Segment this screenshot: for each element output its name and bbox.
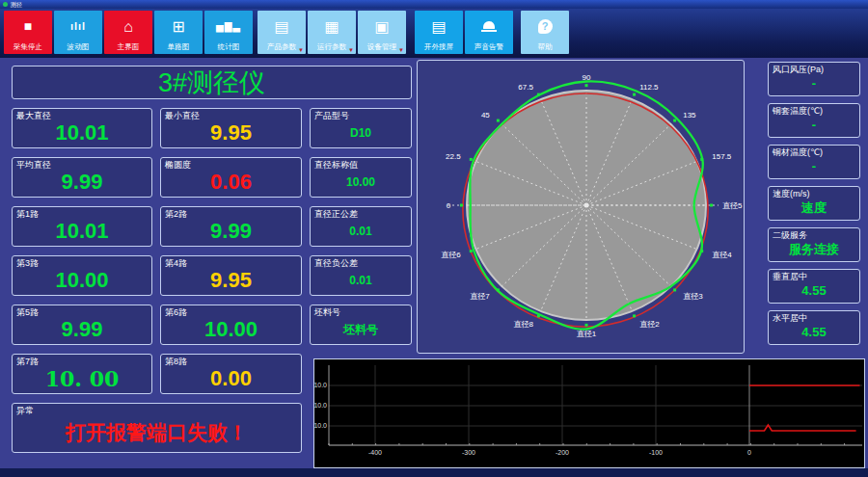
channel-6-value: 10.00 [163, 316, 299, 343]
vertical-center-box: 垂直居中 4.55 [768, 269, 860, 304]
billet-no-value: 坯料号 [312, 316, 409, 343]
trend-chart: 10.010.010.0-400-300-200-1000 [313, 358, 865, 468]
spoke-label: 90 [583, 73, 591, 82]
product-model-value: D10 [312, 119, 409, 146]
channel-1-box: 第1路 10.01 [12, 206, 152, 247]
y-tick-label: 10.0 [314, 422, 327, 429]
spoke-marker [673, 119, 676, 122]
channel-4-value: 9.95 [163, 267, 299, 294]
trend-chart-svg: 10.010.010.0-400-300-200-1000 [314, 359, 864, 467]
x-tick-label: -200 [556, 449, 569, 456]
toolbar-button-label: 帮助 [537, 42, 552, 51]
product-params-button[interactable]: ▤ 产品参数 ▼ [258, 11, 306, 54]
toolbar: ■ 采集停止 ılıl 波动图 ⌂ 主界面 ⊞ 单路图 ▅▇▃ 统计图 ▤ 产品… [0, 9, 868, 58]
spoke-marker [700, 250, 703, 252]
channel-4-box: 第4路 9.95 [160, 255, 302, 296]
spoke-label: 0 [447, 201, 451, 210]
spoke-label: 直径1 [577, 330, 597, 338]
spoke-label: 直径7 [470, 292, 490, 301]
toolbar-button-label: 主界面 [118, 42, 140, 51]
x-tick-label: 0 [747, 449, 751, 456]
dropdown-arrow-icon: ▼ [348, 47, 354, 53]
plus-tolerance-box: 直径正公差 0.01 [310, 206, 412, 247]
spoke-marker [470, 250, 473, 252]
channel-7-box: 第7路 10. 00 [12, 354, 152, 394]
dropdown-arrow-icon: ▼ [398, 47, 404, 53]
dropdown-arrow-icon: ▼ [298, 47, 304, 53]
monitor-icon: ▤ [415, 11, 463, 42]
sleeve-temp-value: - [771, 114, 857, 136]
statistics-chart-button[interactable]: ▅▇▃ 统计图 [204, 11, 253, 54]
toolbar-button-label: 单路图 [168, 42, 190, 51]
toolbar-button-label: 采集停止 [14, 42, 42, 51]
external-screen-button[interactable]: ▤ 开外接屏 [415, 11, 463, 54]
app-icon [3, 2, 8, 7]
keypad-icon: ▦ [308, 11, 356, 42]
nominal-diameter-box: 直径标称值 10.00 [310, 157, 412, 198]
sound-alarm-button[interactable]: 声音告警 [465, 11, 513, 54]
horizontal-center-value: 4.55 [771, 321, 857, 343]
spoke-marker [633, 93, 636, 96]
spoke-label: 直径4 [712, 251, 732, 259]
spoke-marker [585, 324, 588, 327]
grid-icon: ⊞ [154, 11, 203, 42]
toolbar-button-label: 统计图 [218, 42, 240, 51]
spoke-label: 直径2 [639, 320, 660, 329]
window-titlebar: 测径 [0, 0, 868, 9]
device-icon: ▣ [358, 11, 406, 42]
secondary-service-box: 二级服务 服务连接 [768, 227, 860, 262]
spoke-label: 112.5 [639, 83, 659, 92]
toolbar-button-label: 波动图 [68, 42, 90, 51]
spoke-label: 直径8 [513, 320, 533, 329]
y-tick-label: 10.0 [314, 402, 327, 409]
toolbar-button-label: 声音告警 [475, 42, 503, 51]
main-screen-button[interactable]: ⌂ 主界面 [104, 11, 152, 54]
fluctuation-chart-button[interactable]: ılıl 波动图 [54, 11, 102, 54]
exception-box: 异常 打开报警端口失败！ [12, 403, 302, 453]
minus-tolerance-value: 0.01 [312, 267, 409, 294]
polar-chart-svg: 022.54567.590112.5135157.5直径5直径4直径3直径2直径… [418, 61, 744, 353]
sleeve-temp-box: 铜套温度(℃) - [768, 103, 860, 138]
run-params-button[interactable]: ▦ 运行参数 ▼ [308, 11, 356, 54]
secondary-service-value: 服务连接 [771, 238, 857, 260]
avg-diameter-box: 平均直径 9.99 [12, 157, 152, 198]
x-tick-label: -400 [368, 449, 382, 456]
spoke-marker [633, 314, 636, 317]
toolbar-button-label: 设备管理 [367, 42, 396, 51]
spoke-marker [673, 288, 676, 291]
channel-8-box: 第8路 0.00 [160, 354, 302, 394]
spoke-label: 135 [683, 111, 696, 119]
spoke-label: 直径6 [441, 251, 461, 259]
channel-7-value: 10. 00 [14, 365, 149, 392]
spoke-marker [537, 93, 540, 96]
siren-icon [465, 11, 513, 42]
spoke-label: 157.5 [712, 152, 732, 161]
channel-3-value: 10.00 [14, 267, 149, 294]
vertical-center-value: 4.55 [771, 279, 857, 302]
channel-5-box: 第5路 9.99 [12, 305, 152, 345]
toolbar-button-label: 产品参数 [267, 42, 296, 51]
x-tick-label: -300 [462, 449, 475, 456]
question-icon: ? [521, 11, 569, 42]
stop-acquisition-button[interactable]: ■ 采集停止 [4, 11, 52, 54]
window-title: 测径 [11, 2, 22, 8]
material-temp-box: 铜材温度(℃) - [768, 145, 860, 179]
spoke-label: 45 [481, 111, 490, 119]
waveform-icon: ılıl [54, 11, 102, 42]
material-temp-value: - [771, 155, 857, 177]
speed-value: 速度 [771, 197, 857, 219]
help-button[interactable]: ? 帮助 [521, 11, 569, 54]
single-channel-chart-button[interactable]: ⊞ 单路图 [154, 11, 203, 54]
channel-6-box: 第6路 10.00 [160, 305, 302, 345]
device-management-button[interactable]: ▣ 设备管理 ▼ [358, 11, 406, 54]
plus-tolerance-value: 0.01 [312, 218, 409, 245]
min-diameter-value: 9.95 [163, 119, 299, 146]
ovality-value: 0.06 [163, 169, 299, 196]
ovality-box: 椭圆度 0.06 [160, 157, 302, 198]
spoke-marker [497, 288, 500, 291]
minus-tolerance-box: 直径负公差 0.01 [310, 255, 412, 296]
channel-8-value: 0.00 [163, 365, 299, 392]
stop-icon: ■ [4, 11, 52, 42]
toolbar-button-label: 开外接屏 [424, 42, 453, 51]
toolbar-button-label: 运行参数 [317, 42, 346, 51]
